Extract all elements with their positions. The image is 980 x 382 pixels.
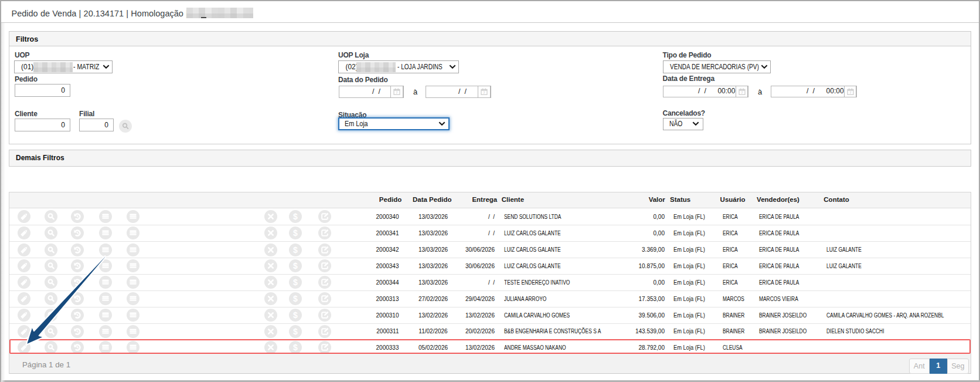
svg-text:7: 7 [483, 91, 485, 94]
svg-text:$: $ [293, 228, 298, 238]
svg-text:7: 7 [396, 91, 398, 94]
svg-text:$: $ [293, 245, 298, 255]
svg-text:7: 7 [849, 91, 852, 94]
svg-text:$: $ [293, 278, 298, 287]
svg-text:$: $ [293, 310, 298, 320]
svg-text:$: $ [293, 294, 298, 303]
svg-text:$: $ [293, 261, 298, 271]
svg-text:7: 7 [741, 91, 743, 94]
svg-text:$: $ [293, 327, 298, 336]
svg-text:$: $ [293, 212, 298, 221]
